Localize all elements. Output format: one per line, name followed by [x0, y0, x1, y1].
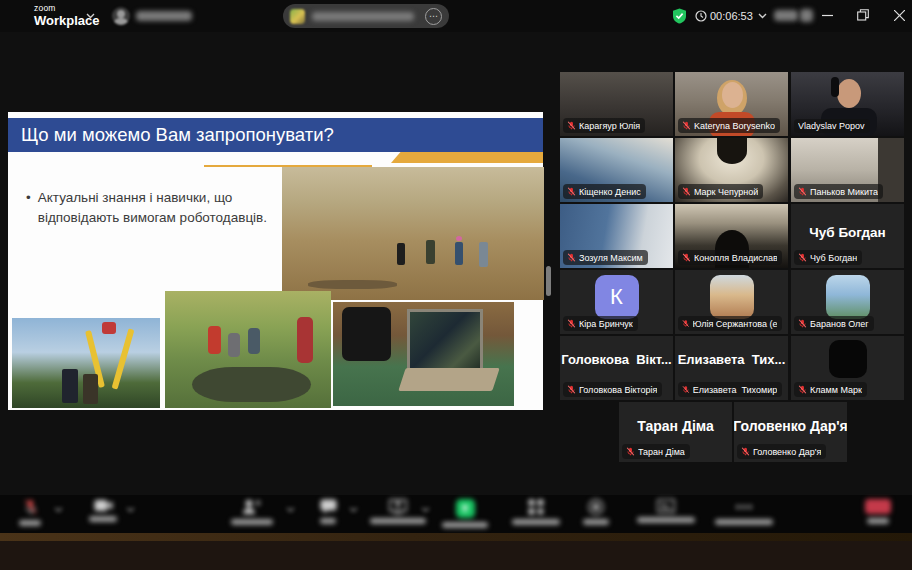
circled-ellipsis-icon[interactable]: ⋯	[425, 8, 442, 25]
share-screen-button[interactable]	[370, 499, 426, 524]
restore-button[interactable]	[846, 0, 880, 30]
muted-mic-icon	[682, 318, 690, 329]
participant-tile[interactable]: Таран Діма Таран Діма	[619, 402, 732, 462]
zoom-meeting-window: zoom Workplace ⋯ 00:06:53	[0, 0, 912, 570]
participant-tile[interactable]: Кіщенко Денис	[560, 138, 673, 202]
shield-check-icon[interactable]	[672, 8, 687, 24]
account-avatar[interactable]	[112, 7, 130, 25]
participant-tile[interactable]: Головенко Дар'я Головенко Дар'я	[734, 402, 847, 462]
participant-tile[interactable]: Головкова Вікт... Головкова Вікторія	[560, 336, 673, 400]
participant-tile-active-speaker[interactable]: Vladyslav Popov	[791, 72, 904, 136]
panel-resize-handle[interactable]	[546, 266, 551, 296]
shared-slide: Що ми можемо Вам запропонувати? • Актуал…	[8, 112, 543, 410]
video-options-caret[interactable]	[127, 507, 134, 512]
share-active-button[interactable]	[437, 499, 493, 528]
minimize-button[interactable]	[810, 0, 844, 30]
muted-mic-icon	[798, 384, 807, 395]
participant-label: Карагяур Юлія	[563, 118, 645, 133]
participant-label: Марк Чепурной	[678, 184, 763, 199]
photo-laptop-gis	[333, 302, 514, 406]
chat-button[interactable]	[300, 499, 356, 524]
muted-mic-icon	[798, 186, 807, 197]
participants-button[interactable]	[224, 499, 280, 525]
photo-field-group	[282, 167, 544, 300]
leave-button[interactable]	[850, 499, 906, 524]
participant-tile[interactable]: Конопля Владислав	[675, 204, 788, 268]
meeting-toolbar	[0, 495, 912, 533]
participant-label: Чуб Богдан	[794, 250, 862, 265]
video-button[interactable]	[75, 499, 131, 522]
apps-icon	[528, 499, 544, 515]
participant-label: Таран Діма	[622, 444, 690, 459]
muted-mic-icon	[567, 318, 576, 329]
participant-tile[interactable]: Марк Чепурной	[675, 138, 788, 202]
mic-options-caret[interactable]	[55, 507, 62, 512]
brand-zoom: zoom	[34, 4, 100, 13]
record-button[interactable]	[568, 499, 624, 525]
account-name-blurred	[136, 11, 192, 21]
muted-mic-icon	[567, 186, 576, 197]
muted-mic-icon	[741, 446, 750, 457]
muted-mic-icon	[626, 446, 635, 457]
participant-tile[interactable]: Зозуля Максим	[560, 204, 673, 268]
participant-label: Головенко Дар'я	[737, 444, 826, 459]
muted-mic-icon	[567, 252, 576, 263]
participant-tile[interactable]: Карагяур Юлія	[560, 72, 673, 136]
muted-mic-icon	[682, 384, 690, 395]
muted-mic-icon	[798, 252, 807, 263]
leave-icon	[865, 499, 891, 514]
participant-label: Елизавета Тихомирова	[678, 382, 782, 397]
video-icon	[94, 499, 113, 512]
slide-bullet: • Актуальні знання і навички, що відпові…	[26, 188, 276, 228]
shared-screen-pill[interactable]: ⋯	[283, 4, 449, 28]
photo-surveying-tripod	[12, 318, 160, 408]
muted-mic-icon	[682, 186, 691, 197]
chat-options-caret[interactable]	[350, 507, 357, 512]
participant-tile[interactable]: Kateryna Borysenko	[675, 72, 788, 136]
record-icon	[588, 499, 604, 515]
participant-label: Конопля Владислав	[678, 250, 782, 265]
bullet-text: Актуальні знання і навички, що відповіда…	[38, 188, 276, 228]
participant-tile[interactable]: Баранов Олег	[791, 270, 904, 334]
participant-tile[interactable]: Елизавета Тих... Елизавета Тихомирова	[675, 336, 788, 400]
participant-label: Головкова Вікторія	[563, 382, 662, 397]
participant-tile[interactable]: К Кіра Бринчук	[560, 270, 673, 334]
muted-mic-icon	[798, 318, 807, 329]
timer-chevron-down-icon[interactable]	[758, 13, 767, 19]
shared-screen-thumb-icon	[290, 9, 305, 24]
participant-label: Паньков Микита	[794, 184, 883, 199]
participant-tile[interactable]: Паньков Микита	[791, 138, 904, 202]
avatar-photo	[826, 275, 870, 319]
bullet-marker: •	[26, 188, 31, 228]
close-button[interactable]	[882, 0, 912, 30]
titlebar: zoom Workplace ⋯ 00:06:53	[0, 0, 912, 32]
participant-label: Кіра Бринчук	[563, 316, 638, 331]
view-button-blurred[interactable]	[774, 10, 798, 21]
chevron-down-icon[interactable]	[86, 13, 95, 19]
equipment-case	[342, 307, 391, 361]
participant-label: Зозуля Максим	[563, 250, 648, 265]
share-screen-icon	[389, 499, 407, 514]
muted-mic-icon	[682, 252, 691, 263]
wallpaper-strip	[0, 533, 912, 541]
participant-tile[interactable]: Кламм Марк	[791, 336, 904, 400]
participants-options-caret[interactable]	[287, 507, 294, 512]
chat-icon	[320, 499, 337, 514]
mic-muted-icon	[24, 499, 37, 516]
muted-mic-icon	[567, 120, 576, 131]
mute-button[interactable]	[2, 499, 58, 526]
participant-label: Юлія Сержантова (екс...	[678, 316, 782, 331]
meeting-timer: 00:06:53	[710, 10, 753, 22]
more-icon	[735, 499, 753, 515]
apps-button[interactable]	[508, 499, 564, 525]
slide-title-bar: Що ми можемо Вам запропонувати?	[8, 118, 543, 152]
avatar-letter: К	[595, 275, 639, 319]
participant-label: Vladyslav Popov	[794, 119, 870, 133]
participant-tile[interactable]: Чуб Богдан Чуб Богдан	[791, 204, 904, 268]
more-button[interactable]	[716, 499, 772, 525]
participants-icon	[242, 499, 262, 515]
captions-icon	[657, 499, 675, 513]
share-options-caret[interactable]	[422, 507, 429, 512]
captions-button[interactable]	[638, 499, 694, 523]
participant-tile[interactable]: Юлія Сержантова (екс...	[675, 270, 788, 334]
